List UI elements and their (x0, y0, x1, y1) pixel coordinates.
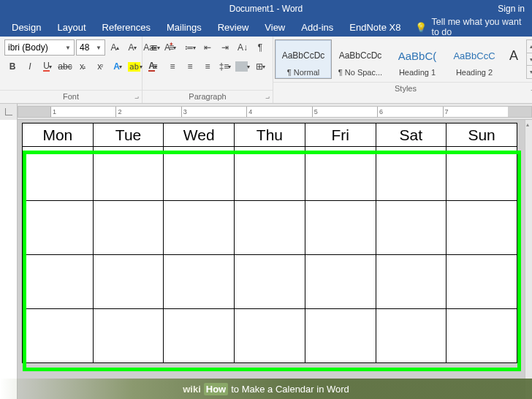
font-group: ibri (Body)▼ 48▼ A▴ A▾ Aa▾ A✦ B I U▾ abc… (0, 37, 142, 103)
styles-scroll-down[interactable]: ▾ (527, 53, 532, 66)
tab-selector[interactable] (0, 104, 18, 120)
text-effects-button[interactable]: A▾ (110, 58, 126, 75)
calendar-cell[interactable] (235, 147, 305, 201)
bold-button[interactable]: B (4, 58, 20, 75)
calendar-cell[interactable] (305, 309, 376, 363)
line-spacing-button[interactable]: ‡≡▾ (217, 58, 233, 75)
calendar-cell[interactable] (93, 147, 164, 201)
paragraph-group: ≣▾ ≡▾ ≔▾ ⇤ ⇥ A↓ ¶ ≡ ≡ ≡ ≡ ‡≡▾ ▾ ⊞▾ (142, 37, 273, 103)
calendar-cell[interactable] (23, 201, 94, 255)
tell-me-placeholder: Tell me what you want to do (431, 17, 528, 37)
font-name-combo[interactable]: ibri (Body)▼ (4, 39, 75, 56)
align-center-button[interactable]: ≡ (164, 58, 180, 75)
multilevel-list-button[interactable]: ≔▾ (182, 39, 198, 56)
calendar-cell[interactable] (376, 255, 446, 309)
tab-review[interactable]: Review (210, 19, 256, 36)
day-header[interactable]: Sat (376, 123, 446, 147)
styles-group-label: Styles (273, 82, 532, 95)
day-header[interactable]: Fri (305, 123, 376, 147)
shrink-font-button[interactable]: A▾ (124, 39, 140, 56)
calendar-cell[interactable] (305, 201, 376, 255)
styles-gallery: AaBbCcDc ¶ Normal AaBbCcDc ¶ No Spac... … (273, 37, 532, 82)
styles-more-button[interactable]: ▾ (527, 66, 532, 78)
font-size-combo[interactable]: 48▼ (76, 39, 105, 56)
horizontal-ruler[interactable]: 1 2 3 4 5 6 7 (0, 104, 532, 120)
calendar-cell[interactable] (235, 309, 305, 363)
subscript-button[interactable]: x₂ (75, 58, 91, 75)
styles-gallery-scroll: ▴ ▾ ▾ (526, 39, 532, 79)
style-heading-1[interactable]: AaBbC( Heading 1 (389, 39, 446, 79)
calendar-cell[interactable] (164, 147, 235, 201)
day-header[interactable]: Tue (93, 123, 164, 147)
paragraph-group-label: Paragraph (142, 90, 273, 103)
align-left-button[interactable]: ≡ (147, 58, 163, 75)
calendar-cell[interactable] (446, 255, 517, 309)
calendar-cell[interactable] (164, 201, 235, 255)
sort-button[interactable]: A↓ (235, 39, 251, 56)
lightbulb-icon: 💡 (415, 22, 427, 33)
calendar-cell[interactable] (235, 255, 305, 309)
calendar-cell[interactable] (305, 255, 376, 309)
vertical-ruler[interactable] (0, 120, 18, 399)
calendar-cell[interactable] (23, 309, 94, 363)
superscript-button[interactable]: x² (92, 58, 108, 75)
day-header[interactable]: Wed (164, 123, 235, 147)
calendar-cell[interactable] (376, 147, 446, 201)
calendar-cell[interactable] (305, 147, 376, 201)
align-right-button[interactable]: ≡ (182, 58, 198, 75)
styles-scroll-up[interactable]: ▴ (527, 40, 532, 53)
document-area: Mon Tue Wed Thu Fri Sat Sun (0, 120, 532, 399)
style-normal[interactable]: AaBbCcDc ¶ Normal (275, 39, 332, 79)
shading-button[interactable]: ▾ (235, 58, 251, 75)
decrease-indent-button[interactable]: ⇤ (200, 39, 216, 56)
calendar-cell[interactable] (23, 147, 94, 201)
strikethrough-button[interactable]: abc (57, 58, 73, 75)
calendar-row (23, 201, 517, 255)
bullets-button[interactable]: ≣▾ (147, 39, 163, 56)
tab-design[interactable]: Design (4, 19, 48, 36)
calendar-cell[interactable] (164, 309, 235, 363)
tab-mailings[interactable]: Mailings (159, 19, 209, 36)
calendar-cell[interactable] (446, 309, 517, 363)
calendar-cell[interactable] (93, 255, 164, 309)
underline-button[interactable]: U▾ (39, 58, 56, 75)
calendar-cell[interactable] (446, 147, 517, 201)
highlight-button[interactable]: ab▾ (127, 58, 143, 75)
italic-button[interactable]: I (22, 58, 38, 75)
banner-title: to Make a Calendar in Word (231, 384, 349, 395)
increase-indent-button[interactable]: ⇥ (217, 39, 233, 56)
tab-add-ins[interactable]: Add-ins (294, 19, 341, 36)
style-no-spacing[interactable]: AaBbCcDc ¶ No Spac... (332, 39, 389, 79)
document-page[interactable]: Mon Tue Wed Thu Fri Sat Sun (22, 123, 525, 399)
show-marks-button[interactable]: ¶ (252, 39, 268, 56)
calendar-cell[interactable] (23, 255, 94, 309)
justify-button[interactable]: ≡ (200, 58, 216, 75)
chevron-down-icon: ▼ (96, 45, 102, 51)
borders-button[interactable]: ⊞▾ (252, 58, 268, 75)
calendar-cell[interactable] (446, 201, 517, 255)
sign-in-link[interactable]: Sign in (498, 4, 525, 14)
calendar-row (23, 255, 517, 309)
style-heading-2[interactable]: AaBbCcC Heading 2 (446, 39, 503, 79)
tab-layout[interactable]: Layout (50, 19, 93, 36)
calendar-cell[interactable] (376, 201, 446, 255)
tab-references[interactable]: References (95, 19, 158, 36)
wikihow-banner: wikiHow to Make a Calendar in Word (0, 379, 532, 399)
calendar-cell[interactable] (93, 309, 164, 363)
vertical-scrollbar[interactable] (525, 120, 532, 399)
calendar-table[interactable]: Mon Tue Wed Thu Fri Sat Sun (22, 123, 517, 363)
day-header[interactable]: Mon (23, 123, 94, 147)
tab-endnote[interactable]: EndNote X8 (342, 19, 408, 36)
ribbon-tabs: Design Layout References Mailings Review… (0, 18, 532, 37)
calendar-cell[interactable] (235, 201, 305, 255)
calendar-cell[interactable] (376, 309, 446, 363)
tab-view[interactable]: View (257, 19, 292, 36)
calendar-cell[interactable] (93, 201, 164, 255)
grow-font-button[interactable]: A▴ (107, 39, 123, 56)
tell-me-search[interactable]: 💡 Tell me what you want to do (415, 17, 528, 37)
style-title[interactable]: A (503, 39, 525, 79)
calendar-cell[interactable] (164, 255, 235, 309)
day-header[interactable]: Sun (446, 123, 517, 147)
day-header[interactable]: Thu (235, 123, 305, 147)
styles-group: AaBbCcDc ¶ Normal AaBbCcDc ¶ No Spac... … (273, 37, 532, 103)
